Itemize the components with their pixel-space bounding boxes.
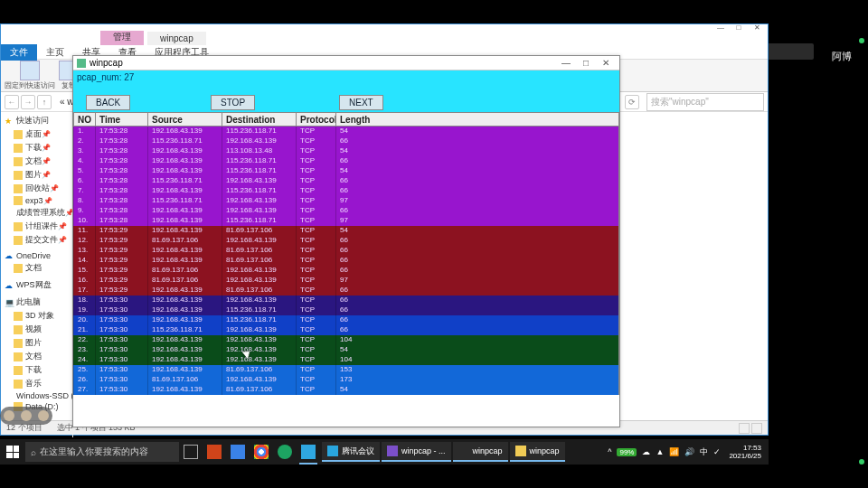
table-row[interactable]: 13.17:53:29192.168.43.13981.69.137.106TC… <box>73 246 618 256</box>
tab-file[interactable]: 文件 <box>1 44 37 61</box>
table-row[interactable]: 14.17:53:29192.168.43.13981.69.137.106TC… <box>73 256 618 266</box>
sidebar-item[interactable]: 文档 <box>1 350 72 363</box>
sidebar-item[interactable]: 计组课件📌 <box>1 220 72 233</box>
taskbar-window[interactable]: winpcap <box>510 442 565 462</box>
view-icons-button[interactable] <box>751 423 762 434</box>
participant-avatars[interactable] <box>0 407 52 425</box>
table-row[interactable]: 9.17:53:28192.168.43.139192.168.43.139TC… <box>73 206 618 216</box>
taskbar[interactable]: ⌕ 在这里输入你要搜索的内容 腾讯会议winpcap - ...winpcapw… <box>0 439 769 465</box>
col-proto[interactable]: Protocol <box>296 113 335 126</box>
table-row[interactable]: 1.17:53:28192.168.43.139115.236.118.71TC… <box>73 127 618 136</box>
col-source[interactable]: Source <box>147 113 222 126</box>
sidebar-item[interactable]: 文档 <box>1 261 72 275</box>
pin-icon[interactable] <box>20 61 40 80</box>
sidebar-item[interactable]: 回收站📌 <box>1 182 72 195</box>
sidebar-item[interactable]: 图片📌 <box>1 168 72 182</box>
tray-icon[interactable]: ☁ <box>642 447 650 456</box>
taskbar-chrome[interactable] <box>250 439 273 465</box>
system-tray[interactable]: ^ 99% ☁ ▲ 📶 🔊 中 ✓ 17:53 2021/6/25 <box>605 444 769 460</box>
table-row[interactable]: 21.17:53:30115.236.118.71192.168.43.139T… <box>73 325 618 335</box>
table-row[interactable]: 16.17:53:2981.69.137.106192.168.43.139TC… <box>73 276 618 286</box>
table-row[interactable]: 24.17:53:30192.168.43.139192.168.43.139T… <box>73 355 618 365</box>
taskbar-app[interactable] <box>297 439 320 465</box>
table-row[interactable]: 20.17:53:30192.168.43.139115.236.118.71T… <box>73 315 618 325</box>
table-row[interactable]: 6.17:53:28115.236.118.71192.168.43.139TC… <box>73 176 618 186</box>
sidebar[interactable]: ★快速访问 桌面📌下载📌文档📌图片📌回收站📌exp3📌成绩管理系统📌计组课件📌提… <box>1 112 73 437</box>
close-button[interactable]: ✕ <box>596 58 616 68</box>
table-body[interactable]: 1.17:53:28192.168.43.139115.236.118.71TC… <box>73 127 619 395</box>
table-row[interactable]: 23.17:53:30192.168.43.139192.168.43.139T… <box>73 345 618 355</box>
table-row[interactable]: 4.17:53:28192.168.43.139115.236.118.71TC… <box>73 156 618 166</box>
table-row[interactable]: 22.17:53:30192.168.43.139192.168.43.139T… <box>73 335 618 345</box>
maximize-button[interactable]: □ <box>576 58 596 68</box>
tray-icon[interactable]: ▲ <box>656 447 664 456</box>
back-button[interactable]: BACK <box>86 95 130 110</box>
sidebar-item[interactable]: 提交文件📌 <box>1 233 72 247</box>
table-row[interactable]: 18.17:53:30192.168.43.139192.168.43.139T… <box>73 296 618 305</box>
ime-icon[interactable]: 中 <box>700 446 708 458</box>
table-row[interactable]: 19.17:53:30192.168.43.139115.236.118.71T… <box>73 305 618 315</box>
sidebar-item[interactable]: 下载 <box>1 363 72 377</box>
table-row[interactable]: 17.17:53:29192.168.43.13981.69.137.106TC… <box>73 286 618 296</box>
taskbar-window[interactable]: 腾讯会议 <box>322 442 380 462</box>
view-details-button[interactable] <box>739 423 750 434</box>
sidebar-item[interactable]: 3D 对象 <box>1 309 72 323</box>
taskbar-app[interactable] <box>226 439 250 465</box>
taskbar-window[interactable]: winpcap - ... <box>382 442 451 462</box>
sidebar-item[interactable]: 视频 <box>1 323 72 336</box>
task-view-button[interactable] <box>179 439 203 465</box>
tab-manage[interactable]: 管理 <box>100 29 144 45</box>
table-row[interactable]: 26.17:53:3081.69.137.106192.168.43.139TC… <box>73 375 618 385</box>
sidebar-thispc[interactable]: 💻此电脑 <box>1 296 72 309</box>
sidebar-item[interactable]: 文档📌 <box>1 155 72 168</box>
sidebar-onedrive[interactable]: ☁OneDrive <box>1 250 72 261</box>
table-row[interactable]: 15.17:53:2981.69.137.106192.168.43.139TC… <box>73 266 618 276</box>
table-row[interactable]: 10.17:53:28192.168.43.139115.236.118.71T… <box>73 216 618 226</box>
table-row[interactable]: 25.17:53:30192.168.43.13981.69.137.106TC… <box>73 365 618 375</box>
stop-button[interactable]: STOP <box>211 95 255 110</box>
sidebar-item[interactable]: 音乐 <box>1 377 72 390</box>
sidebar-wps[interactable]: ☁WPS网盘 <box>1 278 72 292</box>
table-row[interactable]: 7.17:53:28192.168.43.139115.236.118.71TC… <box>73 186 618 196</box>
sidebar-item[interactable]: exp3📌 <box>1 195 72 206</box>
maximize-button[interactable]: □ <box>730 23 748 33</box>
sidebar-item[interactable]: 桌面📌 <box>1 127 72 141</box>
table-row[interactable]: 2.17:53:28115.236.118.71192.168.43.139TC… <box>73 136 618 146</box>
table-row[interactable]: 12.17:53:2981.69.137.106192.168.43.139TC… <box>73 236 618 246</box>
clock[interactable]: 17:53 2021/6/25 <box>729 444 761 460</box>
table-row[interactable]: 11.17:53:29192.168.43.13981.69.137.106TC… <box>73 226 618 236</box>
tray-icon[interactable]: ✓ <box>713 447 721 456</box>
col-dest[interactable]: Destination <box>222 113 296 126</box>
nav-fwd-button[interactable]: → <box>21 95 35 109</box>
search-input[interactable]: 搜索"winpcap" <box>646 93 764 111</box>
col-time[interactable]: Time <box>95 113 147 126</box>
table-row[interactable]: 8.17:53:28115.236.118.71192.168.43.139TC… <box>73 196 618 206</box>
start-button[interactable] <box>0 439 25 465</box>
refresh-button[interactable]: ⟳ <box>625 95 639 109</box>
winpcap-titlebar[interactable]: winpcap — □ ✕ <box>73 56 619 70</box>
minimize-button[interactable]: — <box>556 58 576 68</box>
sidebar-item[interactable]: 图片 <box>1 336 72 350</box>
table-row[interactable]: 5.17:53:28192.168.43.139115.236.118.71TC… <box>73 166 618 176</box>
sidebar-item[interactable]: 下载📌 <box>1 141 72 155</box>
table-row[interactable]: 3.17:53:28192.168.43.139113.108.13.48TCP… <box>73 146 618 156</box>
minimize-button[interactable]: — <box>712 23 730 33</box>
sidebar-item[interactable]: Windows-SSD (C:) <box>1 390 72 401</box>
sidebar-quick-access[interactable]: ★快速访问 <box>1 114 72 127</box>
taskbar-app[interactable] <box>203 439 226 465</box>
nav-back-button[interactable]: ← <box>5 95 19 109</box>
taskbar-window[interactable]: winpcap <box>453 442 508 462</box>
chevron-up-icon[interactable]: ^ <box>608 447 611 456</box>
explorer-titlebar[interactable]: — □ ✕ <box>1 24 768 31</box>
tab-home[interactable]: 主页 <box>37 44 73 61</box>
wifi-icon[interactable]: 📶 <box>669 447 679 456</box>
col-no[interactable]: NO <box>73 113 95 126</box>
nav-up-button[interactable]: ↑ <box>37 95 52 109</box>
table-row[interactable]: 27.17:53:30192.168.43.13981.69.137.106TC… <box>73 385 618 395</box>
battery-level[interactable]: 99% <box>617 448 637 456</box>
taskbar-app[interactable] <box>273 439 297 465</box>
next-button[interactable]: NEXT <box>339 95 383 110</box>
sidebar-item[interactable]: 成绩管理系统📌 <box>1 206 72 220</box>
volume-icon[interactable]: 🔊 <box>684 447 694 456</box>
taskbar-search[interactable]: ⌕ 在这里输入你要搜索的内容 <box>25 442 179 462</box>
